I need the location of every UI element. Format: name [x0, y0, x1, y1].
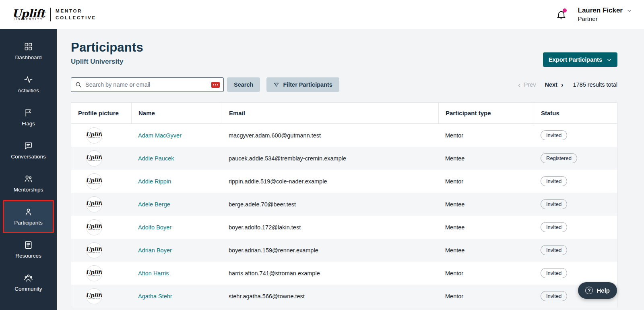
profile-picture-cell: Uplift UNIVERSITY — [71, 196, 131, 212]
search-button-label: Search — [234, 81, 253, 88]
profile-picture-cell: Uplift UNIVERSITY — [71, 288, 131, 304]
sidebar-item-flags[interactable]: Flags — [0, 101, 57, 134]
page-title: Participants — [71, 40, 143, 55]
participant-type: Mentor — [438, 132, 534, 139]
uplift-logo-mark: Uplift UNIVERSITY — [12, 8, 45, 21]
sidebar-item-participants[interactable]: Participants — [3, 200, 54, 233]
status-badge: Invited — [541, 268, 567, 278]
search-icon — [75, 81, 82, 88]
search-input[interactable] — [85, 81, 208, 88]
mentorships-icon — [24, 174, 33, 183]
participants-icon — [24, 207, 33, 216]
participant-name-link[interactable]: Addie Paucek — [138, 155, 174, 162]
chevron-down-icon — [627, 8, 632, 13]
prev-page-button[interactable]: ‹ Prev — [518, 81, 536, 88]
participant-name-link[interactable]: Adele Berge — [138, 201, 170, 208]
table-header-row: Profile picture Name Email Participant t… — [71, 103, 617, 124]
participant-type: Mentor — [438, 270, 534, 277]
uplift-logo-avatar: Uplift UNIVERSITY — [86, 242, 102, 258]
profile-picture-cell: Uplift UNIVERSITY — [71, 265, 131, 281]
page-subtitle: Uplift University — [71, 58, 143, 66]
participant-email: rippin.addie.519@cole-nader.example — [222, 178, 438, 185]
next-page-button[interactable]: Next › — [545, 81, 563, 88]
filter-icon — [273, 82, 279, 88]
participant-name-link[interactable]: Addie Rippin — [138, 178, 171, 185]
sidebar-item-activities[interactable]: Activities — [0, 68, 57, 101]
sidebar-item-label: Participants — [14, 220, 43, 226]
help-label: Help — [597, 287, 610, 294]
mentor-collective-line2: COLLECTIVE — [56, 15, 96, 21]
status-badge: Invited — [541, 176, 567, 186]
uplift-logo: Uplift UNIVERSITY MENTOR COLLECTIVE — [12, 8, 96, 21]
status-badge: Invited — [541, 291, 567, 301]
status-badge: Invited — [541, 245, 567, 255]
uplift-logo-avatar: Uplift UNIVERSITY — [86, 173, 102, 189]
help-button[interactable]: ? Help — [578, 282, 617, 299]
status-badge: Invited — [541, 130, 567, 140]
participant-name-link[interactable]: Adam MacGyver — [138, 132, 182, 139]
column-header-participant-type: Participant type — [438, 103, 534, 123]
flag-icon — [24, 108, 33, 117]
participant-name-link[interactable]: Adolfo Boyer — [138, 224, 171, 231]
participant-name-link[interactable]: Afton Harris — [138, 270, 169, 277]
pagination: ‹ Prev Next › 1785 results total — [518, 81, 617, 88]
sidebar-item-dashboard[interactable]: Dashboard — [0, 35, 57, 68]
table-row: Uplift UNIVERSITY Adrian Boyer boyer.adr… — [71, 239, 617, 262]
profile-picture-cell: Uplift UNIVERSITY — [71, 242, 131, 258]
profile-picture-cell: Uplift UNIVERSITY — [71, 173, 131, 189]
sidebar-item-label: Activities — [18, 87, 39, 94]
chevron-down-icon — [607, 57, 612, 62]
participant-email: harris.afton.741@stroman.example — [222, 270, 438, 277]
user-name: Lauren Ficker — [578, 6, 623, 15]
resources-icon — [24, 240, 33, 250]
mentor-collective-logo: MENTOR COLLECTIVE — [50, 8, 96, 21]
participant-type: Mentor — [438, 178, 534, 185]
sidebar-item-mentorships[interactable]: Mentorships — [0, 167, 57, 200]
search-button[interactable]: Search — [227, 77, 260, 92]
user-role: Partner — [578, 15, 632, 23]
search-box — [71, 77, 224, 92]
export-participants-button[interactable]: Export Participants — [543, 52, 617, 67]
main-content: Participants Uplift University Export Pa… — [57, 29, 644, 308]
column-header-email: Email — [222, 103, 438, 123]
sidebar-item-label: Dashboard — [15, 54, 41, 60]
filter-participants-button[interactable]: Filter Participants — [266, 77, 339, 92]
participant-type: Mentee — [438, 155, 534, 162]
password-manager-extension-icon[interactable] — [211, 82, 220, 88]
uplift-logo-subtext: UNIVERSITY — [14, 18, 45, 21]
notifications-button[interactable] — [555, 8, 568, 21]
uplift-logo-avatar: Uplift UNIVERSITY — [86, 219, 102, 235]
mentor-collective-line1: MENTOR — [56, 8, 96, 15]
sidebar-item-conversations[interactable]: Conversations — [0, 134, 57, 167]
participants-table: Profile picture Name Email Participant t… — [71, 102, 617, 308]
user-menu[interactable]: Lauren Ficker Partner — [578, 6, 632, 23]
table-row: Uplift UNIVERSITY Adam MacGyver macgyver… — [71, 124, 617, 147]
status-badge: Registered — [541, 153, 577, 163]
column-header-status: Status — [534, 103, 617, 123]
status-badge: Invited — [541, 222, 567, 232]
sidebar-item-community[interactable]: Community — [0, 266, 57, 299]
uplift-logo-avatar: Uplift UNIVERSITY — [86, 265, 102, 281]
participant-name-link[interactable]: Adrian Boyer — [138, 247, 172, 254]
participant-email: boyer.adrian.159@renner.example — [222, 247, 438, 254]
profile-picture-cell: Uplift UNIVERSITY — [71, 150, 131, 166]
sidebar-item-label: Community — [14, 286, 42, 292]
community-icon — [24, 273, 33, 283]
table-row: Uplift UNIVERSITY Afton Harris harris.af… — [71, 262, 617, 285]
sidebar-nav: Dashboard Activities Flags Conversations… — [0, 29, 57, 310]
next-label: Next — [545, 81, 557, 88]
profile-picture-cell: Uplift UNIVERSITY — [71, 219, 131, 235]
table-row: Uplift UNIVERSITY Adolfo Boyer boyer.ado… — [71, 216, 617, 239]
participant-name-link[interactable]: Agatha Stehr — [138, 293, 172, 300]
participant-email: macgyver.adam.600@gutmann.test — [222, 132, 438, 139]
table-row: Uplift UNIVERSITY Agatha Stehr stehr.aga… — [71, 285, 617, 308]
sidebar-item-label: Mentorships — [14, 187, 43, 193]
table-row: Uplift UNIVERSITY Addie Paucek paucek.ad… — [71, 147, 617, 170]
participant-type: Mentee — [438, 224, 534, 231]
dashboard-icon — [24, 42, 33, 51]
prev-label: Prev — [524, 81, 536, 88]
notification-dot — [563, 8, 567, 12]
sidebar-item-resources[interactable]: Resources — [0, 233, 57, 266]
sidebar-item-label: Flags — [22, 121, 35, 127]
table-row: Uplift UNIVERSITY Addie Rippin rippin.ad… — [71, 170, 617, 193]
